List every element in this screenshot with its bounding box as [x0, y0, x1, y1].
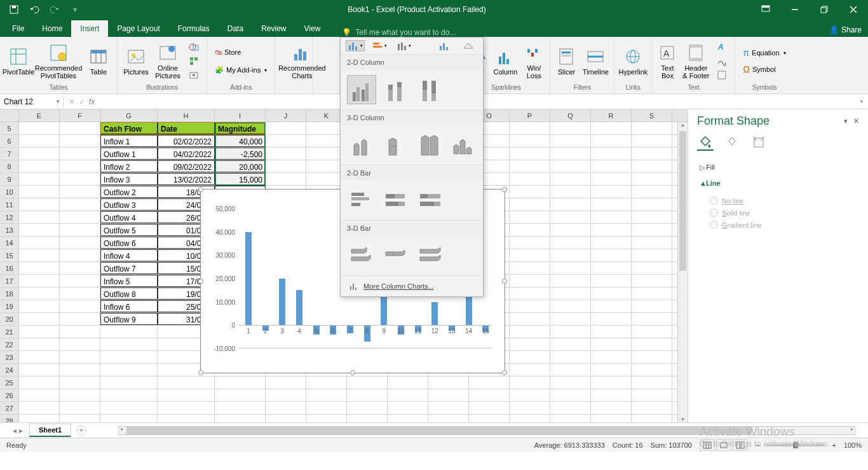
cell[interactable]: [591, 313, 632, 325]
column-header[interactable]: E: [19, 109, 60, 121]
share-button[interactable]: 👤 Share: [823, 23, 868, 37]
cell[interactable]: [100, 389, 158, 401]
cell[interactable]: [632, 135, 672, 147]
row-header[interactable]: 25: [0, 377, 19, 389]
cell[interactable]: [632, 300, 672, 312]
cell[interactable]: [19, 275, 60, 287]
chart-bar[interactable]: [245, 232, 252, 326]
row-header[interactable]: 7: [0, 148, 19, 160]
cell[interactable]: [60, 364, 100, 376]
column-header[interactable]: F: [60, 109, 100, 121]
cell[interactable]: [632, 237, 672, 249]
cell[interactable]: [347, 415, 388, 422]
cell[interactable]: -2,500: [215, 148, 266, 160]
cell[interactable]: [510, 287, 550, 300]
row-header[interactable]: 24: [0, 364, 19, 376]
row-header[interactable]: 19: [0, 300, 19, 312]
cell[interactable]: [158, 415, 215, 422]
cell[interactable]: [19, 237, 60, 249]
cell[interactable]: [632, 287, 672, 300]
cell[interactable]: [550, 186, 591, 198]
cell[interactable]: Date: [158, 122, 215, 134]
3d-clustered-column-option[interactable]: [347, 130, 376, 160]
table-button[interactable]: Table: [84, 39, 113, 83]
cell[interactable]: [550, 415, 591, 422]
cell[interactable]: [632, 389, 672, 401]
cell[interactable]: [60, 351, 100, 363]
scroll-thumb[interactable]: [679, 131, 686, 271]
cell[interactable]: [510, 186, 550, 198]
header-footer-button[interactable]: Header & Footer: [681, 39, 710, 83]
chart-bar[interactable]: [296, 290, 302, 325]
column-header[interactable]: H: [158, 109, 215, 121]
tab-view[interactable]: View: [295, 20, 330, 37]
cell[interactable]: [591, 402, 632, 414]
cell[interactable]: [632, 364, 672, 376]
cell[interactable]: [266, 389, 306, 401]
cell[interactable]: [428, 402, 469, 414]
cell[interactable]: [632, 173, 672, 185]
ribbon-options-icon[interactable]: [751, 0, 780, 19]
resize-handle[interactable]: [502, 279, 507, 284]
cell[interactable]: [591, 211, 632, 223]
cell[interactable]: [60, 287, 100, 300]
row-header[interactable]: 5: [0, 122, 19, 134]
cell[interactable]: [60, 338, 100, 350]
cell[interactable]: [60, 389, 100, 401]
normal-view-button[interactable]: [700, 439, 715, 451]
cell[interactable]: [510, 351, 550, 363]
cell[interactable]: [510, 249, 550, 261]
cell[interactable]: [306, 402, 347, 414]
cell[interactable]: [100, 338, 158, 350]
cell[interactable]: [510, 122, 550, 134]
cell[interactable]: [158, 402, 215, 414]
scroll-down-icon[interactable]: ▼: [678, 417, 688, 422]
cell[interactable]: Outflow 7: [100, 262, 158, 274]
cell[interactable]: [591, 300, 632, 312]
3d-clustered-bar-option[interactable]: [347, 241, 376, 270]
mini-chart-3dmap[interactable]: [459, 40, 478, 52]
cell[interactable]: [510, 224, 550, 236]
cell[interactable]: [550, 402, 591, 414]
chart-bar[interactable]: [279, 279, 285, 325]
tab-review[interactable]: Review: [252, 20, 295, 37]
symbol-button[interactable]: ΩSymbol: [739, 62, 789, 76]
cell[interactable]: [510, 313, 550, 325]
cell[interactable]: [60, 173, 100, 185]
column-header[interactable]: I: [215, 109, 266, 121]
cell[interactable]: 09/02/2022: [158, 160, 215, 172]
3d-stacked-column-option[interactable]: [381, 130, 409, 160]
row-header[interactable]: 27: [0, 402, 19, 414]
stacked100-column-option[interactable]: [416, 75, 445, 104]
3d-stacked100-column-option[interactable]: [414, 130, 443, 160]
vertical-scrollbar[interactable]: ▲ ▼: [677, 122, 688, 422]
recommended-pivot-button[interactable]: Recommended PivotTables: [36, 39, 81, 83]
row-header[interactable]: 14: [0, 237, 19, 249]
cell[interactable]: [19, 135, 60, 147]
column-header[interactable]: J: [266, 109, 306, 121]
zoom-in-button[interactable]: +: [832, 441, 836, 449]
3d-column-option[interactable]: [448, 130, 477, 160]
cell[interactable]: [428, 415, 469, 422]
scroll-up-icon[interactable]: ▲: [678, 122, 688, 128]
cell[interactable]: [19, 173, 60, 185]
restore-icon[interactable]: [810, 0, 839, 19]
cell[interactable]: [388, 415, 428, 422]
cell[interactable]: 15,000: [215, 173, 266, 185]
cell[interactable]: Outflow 9: [100, 313, 158, 325]
3d-stacked100-bar-option[interactable]: [416, 241, 445, 270]
row-header[interactable]: 23: [0, 351, 19, 363]
cell[interactable]: Outflow 2: [100, 186, 158, 198]
clustered-bar-option[interactable]: [347, 186, 376, 215]
scroll-thumb[interactable]: [126, 427, 752, 434]
enter-formula-icon[interactable]: ✓: [79, 97, 85, 106]
cell[interactable]: [60, 377, 100, 389]
cell[interactable]: [550, 364, 591, 376]
cell[interactable]: [510, 326, 550, 338]
cell[interactable]: [510, 148, 550, 160]
cell[interactable]: [550, 135, 591, 147]
fx-icon[interactable]: fx: [89, 97, 95, 106]
cell[interactable]: [100, 326, 158, 338]
cell[interactable]: [632, 313, 672, 325]
row-header[interactable]: 11: [0, 198, 19, 211]
